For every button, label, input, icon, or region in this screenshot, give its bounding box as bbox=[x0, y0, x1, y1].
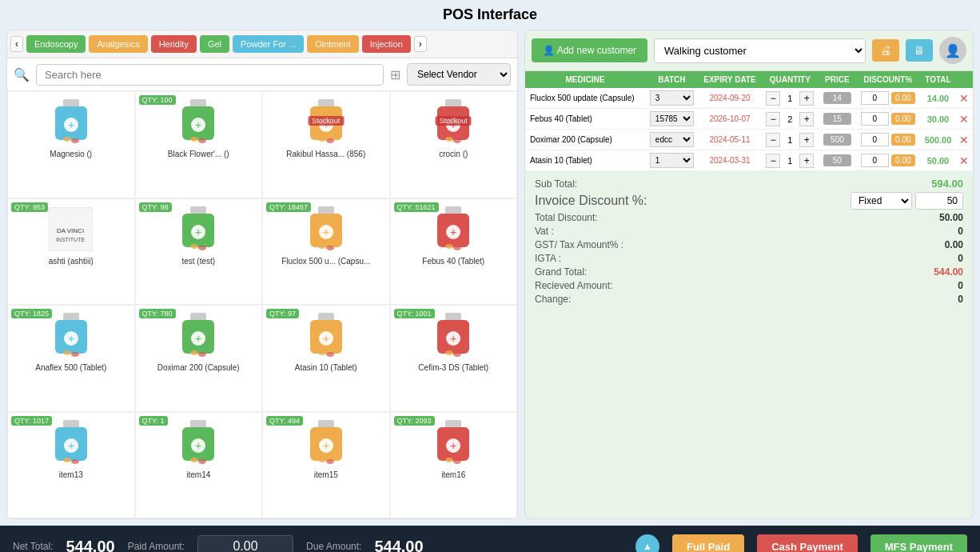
delete-row-btn[interactable]: ✕ bbox=[959, 134, 969, 146]
invoice-discount-input[interactable] bbox=[915, 192, 963, 210]
svg-point-79 bbox=[453, 352, 461, 357]
cat-heridity-btn[interactable]: Heridity bbox=[151, 35, 197, 53]
cat-endoscopy-btn[interactable]: Endoscopy bbox=[26, 35, 86, 53]
qty-minus-btn[interactable]: − bbox=[766, 133, 780, 147]
svg-point-65 bbox=[198, 352, 206, 357]
product-card[interactable]: QTY: 100 + Black Flower'... () bbox=[135, 91, 263, 198]
price-value: 50 bbox=[823, 154, 851, 166]
subtotal-value: 594.00 bbox=[931, 178, 963, 190]
chevron-up-btn[interactable]: ▲ bbox=[635, 534, 659, 552]
cat-injection-btn[interactable]: Injection bbox=[362, 35, 411, 53]
discount-cell: 0.00 bbox=[855, 88, 920, 109]
product-card[interactable]: QTY: 1001 + Cefim-3 DS (Tablet) bbox=[390, 305, 518, 412]
vendor-select[interactable]: Select Vendor bbox=[407, 63, 511, 86]
product-card[interactable]: + Stockoutcrocin () bbox=[390, 91, 518, 198]
qty-plus-btn[interactable]: + bbox=[799, 133, 814, 147]
svg-text:+: + bbox=[323, 226, 329, 238]
product-card[interactable]: + Magnesio () bbox=[7, 91, 135, 198]
product-card[interactable]: QTY: 97 + Atasin 10 (Tablet) bbox=[262, 305, 390, 412]
batch-select[interactable]: edcc bbox=[650, 132, 694, 147]
cat-prev-btn[interactable]: ‹ bbox=[10, 36, 23, 52]
price-cell: 14 bbox=[819, 88, 855, 109]
svg-point-106 bbox=[445, 458, 453, 462]
svg-text:+: + bbox=[450, 226, 456, 238]
paid-amount-input[interactable] bbox=[197, 535, 293, 552]
add-customer-btn[interactable]: 👤 Add new customer bbox=[532, 38, 647, 62]
delete-row-btn[interactable]: ✕ bbox=[959, 113, 969, 126]
product-card[interactable]: QTY: 98 + test (test) bbox=[135, 198, 263, 306]
qty-plus-btn[interactable]: + bbox=[799, 112, 814, 126]
qty-plus-btn[interactable]: + bbox=[799, 91, 814, 106]
svg-point-19 bbox=[318, 137, 326, 142]
customer-select[interactable]: Walking customer bbox=[654, 38, 866, 63]
table-row: Fluclox 500 update (Capsule) 3 2024-09-2… bbox=[525, 88, 973, 109]
svg-point-85 bbox=[63, 458, 71, 462]
batch-select[interactable]: 1 bbox=[650, 153, 694, 168]
product-card[interactable]: QTY: 953DA VINCIINSTITUTEashti (ashtiii) bbox=[7, 198, 135, 306]
order-table-wrapper: MEDICINE BATCH EXPIRY DATE QUANTITY PRIC… bbox=[525, 71, 973, 171]
svg-text:+: + bbox=[68, 439, 74, 452]
qty-cell: − 2 + bbox=[761, 109, 819, 130]
discount-cell: 0.00 bbox=[855, 150, 920, 171]
grid-icon: ⊞ bbox=[390, 67, 400, 82]
monitor-btn[interactable]: 🖥 bbox=[906, 39, 933, 62]
product-card[interactable]: QTY: 51621 + Febus 40 (Tablet) bbox=[390, 198, 518, 306]
expiry-cell: 2024-03-31 bbox=[699, 150, 761, 171]
cat-next-btn[interactable]: › bbox=[414, 36, 427, 52]
svg-point-27 bbox=[453, 138, 461, 143]
delete-row-btn[interactable]: ✕ bbox=[959, 154, 969, 167]
product-card[interactable]: + StockoutRakibul Hassa... (856) bbox=[262, 91, 390, 198]
product-card[interactable]: QTY: 494 + item15 bbox=[262, 412, 390, 519]
cat-ointment-btn[interactable]: Ointment bbox=[307, 35, 359, 53]
product-card[interactable]: QTY: 1017 + item13 bbox=[7, 412, 135, 519]
delete-row-btn[interactable]: ✕ bbox=[959, 92, 969, 105]
svg-text:DA VINCI: DA VINCI bbox=[57, 227, 84, 234]
full-paid-btn[interactable]: Full Paid bbox=[672, 534, 744, 553]
qty-minus-btn[interactable]: − bbox=[766, 91, 780, 106]
product-card[interactable]: QTY: 18457 + Fluclox 500 u... (Capsu... bbox=[262, 198, 390, 306]
discount-input[interactable] bbox=[861, 112, 889, 126]
qty-cell: − 1 + bbox=[761, 150, 819, 171]
delete-cell: ✕ bbox=[956, 130, 973, 150]
batch-select[interactable]: 3 bbox=[650, 90, 694, 106]
avatar: 👤 bbox=[939, 37, 966, 64]
qty-value: 1 bbox=[782, 135, 798, 145]
product-card[interactable]: QTY: 1825 + Anaflex 500 (Tablet) bbox=[7, 305, 135, 412]
svg-point-26 bbox=[445, 137, 453, 142]
svg-rect-73 bbox=[445, 313, 461, 321]
svg-rect-101 bbox=[445, 420, 461, 428]
svg-point-13 bbox=[198, 138, 206, 143]
svg-rect-82 bbox=[55, 427, 87, 439]
product-card[interactable]: QTY: 780 + Doximar 200 (Capsule) bbox=[135, 305, 263, 412]
vat-row: Vat : 0 bbox=[535, 226, 963, 237]
discount-cell: 0.00 bbox=[855, 130, 920, 150]
cat-analgesics-btn[interactable]: Analgesics bbox=[89, 35, 147, 53]
batch-select[interactable]: 15785 bbox=[650, 111, 694, 126]
cat-gel-btn[interactable]: Gel bbox=[200, 35, 229, 53]
discount-type-select[interactable]: Fixed bbox=[851, 192, 912, 210]
svg-text:+: + bbox=[195, 439, 201, 452]
svg-point-86 bbox=[71, 459, 79, 464]
svg-text:+: + bbox=[323, 439, 329, 452]
table-row: Febus 40 (Tablet) 15785 2026-10-07 − 2 +… bbox=[525, 109, 973, 130]
cat-powder-btn[interactable]: Powder For ... bbox=[233, 35, 304, 53]
search-input[interactable] bbox=[36, 64, 384, 86]
svg-rect-61 bbox=[182, 320, 214, 332]
product-card[interactable]: QTY: 2093 + item16 bbox=[390, 412, 518, 519]
price-cell: 15 bbox=[819, 109, 855, 130]
qty-minus-btn[interactable]: − bbox=[766, 112, 780, 126]
delete-cell: ✕ bbox=[956, 88, 973, 109]
monitor-icon: 🖥 bbox=[914, 44, 925, 57]
mfs-payment-btn[interactable]: MFS Payment bbox=[870, 534, 967, 553]
discount-input[interactable] bbox=[861, 133, 889, 146]
product-card[interactable]: QTY: 1 + item14 bbox=[135, 412, 263, 519]
th-price: PRICE bbox=[819, 71, 855, 88]
discount-input[interactable] bbox=[861, 154, 889, 167]
print-btn[interactable]: 🖨 bbox=[872, 39, 899, 62]
qty-value: 2 bbox=[782, 114, 798, 124]
discount-input[interactable] bbox=[861, 91, 889, 105]
table-header-row: MEDICINE BATCH EXPIRY DATE QUANTITY PRIC… bbox=[525, 71, 973, 88]
qty-minus-btn[interactable]: − bbox=[766, 154, 780, 168]
qty-plus-btn[interactable]: + bbox=[799, 154, 814, 168]
cash-payment-btn[interactable]: Cash Payment bbox=[757, 534, 858, 553]
